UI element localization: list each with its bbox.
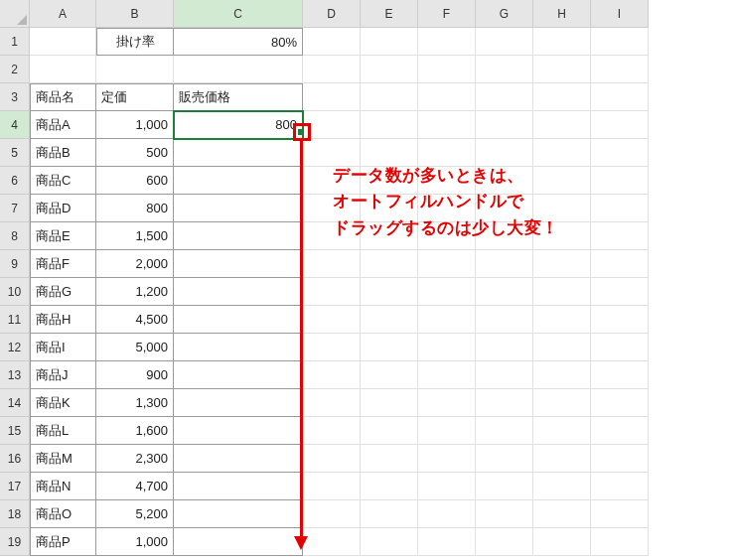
cell-B19[interactable]: 1,000 [96,528,174,556]
cell-B8[interactable]: 1,500 [96,222,174,250]
row-header-7[interactable]: 7 [0,195,30,222]
row-header-18[interactable]: 18 [0,500,30,528]
cell-H4[interactable] [533,111,591,139]
cell-F1[interactable] [418,28,476,56]
cell-B10[interactable]: 1,200 [96,278,174,306]
col-header-G[interactable]: G [476,0,533,28]
cell-D18[interactable] [303,500,361,528]
cell-A8[interactable]: 商品E [30,222,96,250]
cell-I14[interactable] [591,389,649,417]
cell-C14[interactable] [174,389,303,417]
cell-C11[interactable] [174,306,303,334]
cell-C4[interactable]: 800 [174,111,303,139]
cell-I8[interactable] [591,222,649,250]
cell-A4[interactable]: 商品A [30,111,96,139]
row-header-15[interactable]: 15 [0,417,30,445]
cell-F11[interactable] [418,306,476,334]
row-header-13[interactable]: 13 [0,361,30,389]
cell-F10[interactable] [418,278,476,306]
cell-B3[interactable]: 定価 [96,83,174,111]
col-header-C[interactable]: C [174,0,303,28]
cell-G1[interactable] [476,28,533,56]
cell-C12[interactable] [174,334,303,361]
cell-C10[interactable] [174,278,303,306]
cell-A16[interactable]: 商品M [30,445,96,473]
cell-G18[interactable] [476,500,533,528]
row-header-14[interactable]: 14 [0,389,30,417]
cell-E19[interactable] [361,528,418,556]
cell-B6[interactable]: 600 [96,167,174,195]
cell-E12[interactable] [361,334,418,361]
row-header-1[interactable]: 1 [0,28,30,56]
cell-B11[interactable]: 4,500 [96,306,174,334]
cell-F9[interactable] [418,250,476,278]
cell-D17[interactable] [303,473,361,500]
cell-I10[interactable] [591,278,649,306]
row-header-11[interactable]: 11 [0,306,30,334]
cell-B13[interactable]: 900 [96,361,174,389]
cell-E13[interactable] [361,361,418,389]
cell-F2[interactable] [418,56,476,83]
cell-A14[interactable]: 商品K [30,389,96,417]
cell-D4[interactable] [303,111,361,139]
cell-E10[interactable] [361,278,418,306]
cell-F15[interactable] [418,417,476,445]
cell-F12[interactable] [418,334,476,361]
cell-A1[interactable] [30,28,96,56]
cell-D2[interactable] [303,56,361,83]
cell-I5[interactable] [591,139,649,167]
cell-I16[interactable] [591,445,649,473]
cell-I2[interactable] [591,56,649,83]
row-header-8[interactable]: 8 [0,222,30,250]
cell-D16[interactable] [303,445,361,473]
cell-G17[interactable] [476,473,533,500]
cell-C15[interactable] [174,417,303,445]
row-header-4[interactable]: 4 [0,111,30,139]
cell-D10[interactable] [303,278,361,306]
row-header-9[interactable]: 9 [0,250,30,278]
row-header-6[interactable]: 6 [0,167,30,195]
cell-B18[interactable]: 5,200 [96,500,174,528]
cell-H15[interactable] [533,417,591,445]
cell-B16[interactable]: 2,300 [96,445,174,473]
cell-B5[interactable]: 500 [96,139,174,167]
cell-A17[interactable]: 商品N [30,473,96,500]
cell-H17[interactable] [533,473,591,500]
cell-C1[interactable]: 80% [174,28,303,56]
cell-G10[interactable] [476,278,533,306]
cell-A10[interactable]: 商品G [30,278,96,306]
cell-A12[interactable]: 商品I [30,334,96,361]
col-header-B[interactable]: B [96,0,174,28]
cell-B9[interactable]: 2,000 [96,250,174,278]
cell-H12[interactable] [533,334,591,361]
cell-D1[interactable] [303,28,361,56]
cell-A13[interactable]: 商品J [30,361,96,389]
cell-F18[interactable] [418,500,476,528]
row-header-16[interactable]: 16 [0,445,30,473]
cell-C8[interactable] [174,222,303,250]
cell-H3[interactable] [533,83,591,111]
cell-A15[interactable]: 商品L [30,417,96,445]
col-header-H[interactable]: H [533,0,591,28]
cell-D14[interactable] [303,389,361,417]
cell-A11[interactable]: 商品H [30,306,96,334]
cell-H16[interactable] [533,445,591,473]
cell-F17[interactable] [418,473,476,500]
cell-H10[interactable] [533,278,591,306]
cell-B12[interactable]: 5,000 [96,334,174,361]
cell-E2[interactable] [361,56,418,83]
cell-I11[interactable] [591,306,649,334]
cell-I1[interactable] [591,28,649,56]
cell-A7[interactable]: 商品D [30,195,96,222]
cell-E4[interactable] [361,111,418,139]
cell-G3[interactable] [476,83,533,111]
col-header-D[interactable]: D [303,0,361,28]
cell-G11[interactable] [476,306,533,334]
cell-F3[interactable] [418,83,476,111]
cell-E9[interactable] [361,250,418,278]
cell-A9[interactable]: 商品F [30,250,96,278]
cell-G9[interactable] [476,250,533,278]
row-header-2[interactable]: 2 [0,56,30,83]
cell-C6[interactable] [174,167,303,195]
cell-A3[interactable]: 商品名 [30,83,96,111]
